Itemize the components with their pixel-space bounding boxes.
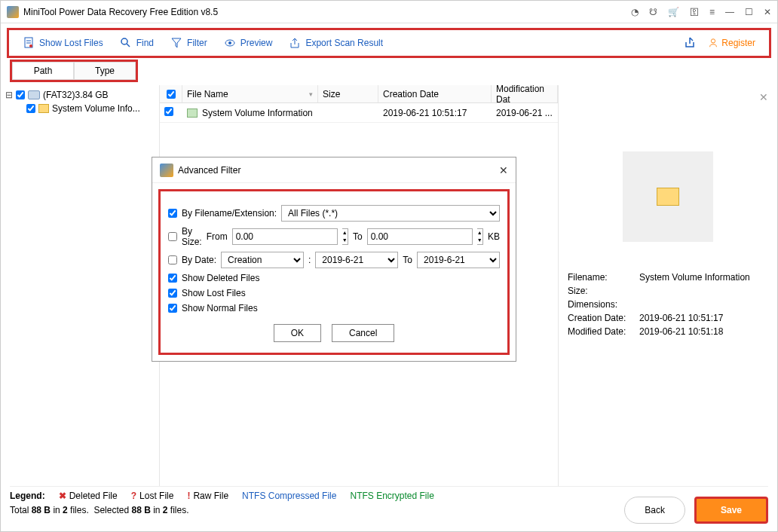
to-label-2: To xyxy=(403,255,412,265)
close-button[interactable]: ✕ xyxy=(764,7,771,17)
save-button[interactable]: Save xyxy=(694,497,768,524)
filter-label: Filter xyxy=(187,38,207,48)
search-icon xyxy=(120,37,132,49)
preview-button[interactable]: Preview xyxy=(224,37,273,49)
tab-type[interactable]: Type xyxy=(74,62,136,80)
column-header-size[interactable]: Size xyxy=(318,85,378,102)
user-icon xyxy=(708,38,718,48)
date-from-select[interactable]: 2019-6-21 xyxy=(315,252,398,268)
stats-text: Total 88 B in 2 files. Selected 88 B in … xyxy=(10,505,189,515)
key-icon[interactable]: ⚿ xyxy=(690,7,699,17)
tabs: Path Type xyxy=(10,60,138,82)
export-button[interactable]: Export Scan Result xyxy=(289,37,383,49)
size-from-input[interactable] xyxy=(232,228,338,245)
select-all-checkbox[interactable] xyxy=(167,90,176,99)
meta-dimensions-label: Dimensions: xyxy=(568,299,639,310)
show-lost-files-button[interactable]: Show Lost Files xyxy=(23,37,103,49)
back-button[interactable]: Back xyxy=(624,497,685,524)
svg-point-8 xyxy=(712,39,715,43)
export-label: Export Scan Result xyxy=(305,38,383,48)
by-date-checkbox[interactable] xyxy=(168,255,177,264)
tree-root-label[interactable]: (FAT32)3.84 GB xyxy=(43,90,108,100)
preview-close-icon[interactable]: ✕ xyxy=(759,91,768,103)
folder-icon xyxy=(187,109,198,118)
collapse-icon[interactable]: ⊟ xyxy=(5,90,13,100)
window-title: MiniTool Power Data Recovery Free Editio… xyxy=(23,7,218,17)
column-header-modification[interactable]: Modification Dat xyxy=(492,85,558,102)
share-icon[interactable] xyxy=(684,36,696,50)
date-type-select[interactable]: Creation xyxy=(221,252,304,268)
by-extension-checkbox[interactable] xyxy=(168,209,177,218)
dialog-logo-icon xyxy=(160,164,173,177)
meta-filename-label: Filename: xyxy=(568,272,639,283)
disk-icon xyxy=(28,90,40,99)
document-icon xyxy=(23,37,35,49)
tree-root-checkbox[interactable] xyxy=(16,90,25,99)
footer: Total 88 B in 2 files. Selected 88 B in … xyxy=(10,497,768,524)
clock-icon[interactable]: ◔ xyxy=(631,7,639,17)
row-modification: 2019-06-21 ... xyxy=(492,108,558,118)
sort-arrow-icon: ▾ xyxy=(309,90,313,98)
column-header-name[interactable]: File Name▾ xyxy=(182,85,318,102)
size-to-input[interactable] xyxy=(367,228,473,245)
preview-label: Preview xyxy=(240,38,273,48)
size-from-spinner[interactable]: ▲▼ xyxy=(342,228,348,245)
svg-point-4 xyxy=(121,38,127,44)
table-row[interactable]: System Volume Information 2019-06-21 10:… xyxy=(160,103,558,123)
show-lost-label: Show Lost Files xyxy=(182,288,246,298)
find-label: Find xyxy=(136,38,154,48)
meta-creation-value: 2019-06-21 10:51:17 xyxy=(639,313,723,323)
row-checkbox[interactable] xyxy=(164,107,173,116)
preview-thumbnail xyxy=(623,151,713,242)
ok-button[interactable]: OK xyxy=(274,324,321,342)
maximize-button[interactable]: ☐ xyxy=(745,7,753,17)
menu-icon[interactable]: ≡ xyxy=(709,7,715,17)
show-deleted-label: Show Deleted Files xyxy=(182,273,259,283)
by-size-label: By Size: xyxy=(182,226,202,247)
show-lost-checkbox[interactable] xyxy=(168,289,177,298)
tree-child-label[interactable]: System Volume Info... xyxy=(52,103,140,114)
eye-icon xyxy=(224,37,236,49)
cancel-button[interactable]: Cancel xyxy=(332,324,394,342)
svg-point-7 xyxy=(228,41,231,44)
extension-select[interactable]: All Files (*.*) xyxy=(281,205,500,222)
meta-size-label: Size: xyxy=(568,286,639,296)
column-header-creation[interactable]: Creation Date xyxy=(378,85,492,102)
meta-creation-label: Creation Date: xyxy=(568,313,639,323)
from-label: From xyxy=(207,231,228,242)
dialog-title: Advanced Filter xyxy=(178,165,240,176)
register-label: Register xyxy=(721,38,755,48)
tab-path[interactable]: Path xyxy=(12,62,74,80)
to-label: To xyxy=(353,231,363,242)
by-date-label: By Date: xyxy=(182,255,216,265)
find-button[interactable]: Find xyxy=(120,37,154,49)
app-logo-icon xyxy=(7,6,19,18)
row-name: System Volume Information xyxy=(202,108,313,118)
svg-point-3 xyxy=(29,44,32,47)
by-size-checkbox[interactable] xyxy=(168,232,177,241)
meta-modified-value: 2019-06-21 10:51:18 xyxy=(639,326,723,337)
advanced-filter-dialog: Advanced Filter ✕ By Filename/Extension:… xyxy=(152,157,516,362)
svg-line-5 xyxy=(127,44,130,47)
by-extension-label: By Filename/Extension: xyxy=(182,208,277,219)
dialog-close-icon[interactable]: ✕ xyxy=(499,164,508,176)
show-normal-checkbox[interactable] xyxy=(168,304,177,313)
filter-icon xyxy=(170,37,182,49)
kb-label: KB xyxy=(488,231,500,242)
filter-button[interactable]: Filter xyxy=(170,37,207,49)
toolbar: Show Lost Files Find Filter Preview Expo… xyxy=(7,28,771,58)
register-button[interactable]: Register xyxy=(708,38,755,48)
tree-child-checkbox[interactable] xyxy=(26,104,35,113)
tree-panel: ⊟ (FAT32)3.84 GB System Volume Info... xyxy=(1,85,159,486)
headset-icon[interactable]: ☋ xyxy=(649,7,657,17)
date-to-select[interactable]: 2019-6-21 xyxy=(417,252,500,268)
folder-icon xyxy=(657,188,679,206)
size-to-spinner[interactable]: ▲▼ xyxy=(477,228,483,245)
minimize-button[interactable]: — xyxy=(725,7,734,17)
folder-icon xyxy=(38,104,49,113)
show-deleted-checkbox[interactable] xyxy=(168,274,177,283)
titlebar: MiniTool Power Data Recovery Free Editio… xyxy=(1,1,777,23)
show-normal-label: Show Normal Files xyxy=(182,303,258,313)
cart-icon[interactable]: 🛒 xyxy=(668,7,679,17)
meta-modified-label: Modified Date: xyxy=(568,326,639,337)
